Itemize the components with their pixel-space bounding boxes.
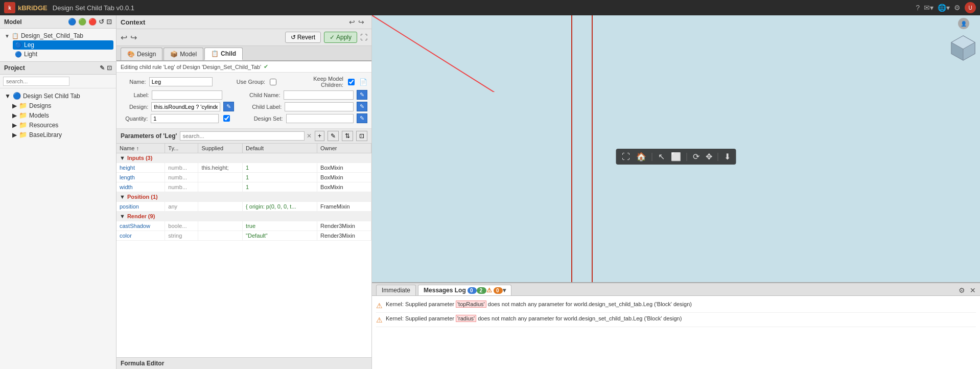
- project-item-root[interactable]: ▼ 🔵 Design Set Child Tab: [3, 91, 113, 101]
- params-add-btn[interactable]: +: [315, 131, 324, 141]
- settings-icon[interactable]: ⚙: [954, 4, 961, 12]
- user-icon[interactable]: U: [965, 2, 976, 13]
- redo-icon[interactable]: ↪: [358, 18, 364, 26]
- name-label: Name:: [121, 79, 146, 85]
- tab-immediate[interactable]: Immediate: [376, 285, 416, 295]
- project-item-designs[interactable]: ▶ 📁 Designs: [10, 101, 113, 110]
- lang-icon[interactable]: 🌐▾: [938, 4, 950, 12]
- model-tree-root[interactable]: ▼ 📋 Design_Set_Child_Tab: [3, 31, 113, 40]
- log-settings-icon[interactable]: ⚙: [959, 286, 965, 294]
- param-length[interactable]: length numb... 1 BoxMixin: [116, 173, 371, 182]
- model-circle-red[interactable]: 🔴: [88, 18, 97, 26]
- topbar: k kBRiDGE Design Set Child Tab v0.0.1 ? …: [0, 0, 980, 15]
- form-row-quantity: Quantity: Design Set: ✎: [121, 113, 367, 123]
- project-item-models[interactable]: ▶ 📁 Models: [10, 110, 113, 120]
- revert-button[interactable]: ↺ Revert: [285, 32, 321, 43]
- param-name-length: length: [120, 174, 135, 180]
- canvas-user-icon[interactable]: 👤: [958, 18, 969, 29]
- form-row-label: Label: Child Name: ✎: [121, 90, 367, 100]
- position-collapse-icon[interactable]: ▼: [120, 194, 125, 200]
- design-edit-btn[interactable]: ✎: [223, 102, 234, 111]
- project-search-input[interactable]: [3, 77, 69, 86]
- child-tab-label: Child: [221, 50, 236, 57]
- child-label-input[interactable]: [285, 102, 354, 111]
- tab-model[interactable]: 📦 Model: [164, 48, 203, 60]
- keep-model-children-checkbox[interactable]: [348, 79, 355, 85]
- log-text-after-2: does not match any parameter for world.d…: [478, 315, 682, 321]
- child-label-btn[interactable]: ✎: [357, 102, 367, 111]
- child-name-input[interactable]: [284, 90, 354, 100]
- bottom-panel: Immediate Messages Log 0 2 ⚠ 0 ▾: [372, 282, 980, 369]
- help-icon[interactable]: ?: [916, 4, 920, 12]
- child-name-btn[interactable]: ✎: [357, 90, 367, 100]
- design-input[interactable]: [151, 102, 220, 111]
- param-height[interactable]: height numb... this.height; 1 BoxMixin: [116, 163, 371, 173]
- param-default-color: "Default": [246, 233, 268, 239]
- project-edit-icon[interactable]: ✎: [100, 64, 105, 72]
- params-table-container[interactable]: Name ↑ Ty... Supplied Default Owner ▼ In…: [116, 144, 371, 357]
- project-item-resources[interactable]: ▶ 📁 Resources: [10, 120, 113, 130]
- mail-icon[interactable]: ✉▾: [924, 4, 934, 12]
- badge-green: 2: [477, 287, 486, 294]
- undo-icon[interactable]: ↩: [349, 18, 355, 26]
- undo-btn[interactable]: ↩: [121, 33, 127, 42]
- param-type-color: string: [168, 233, 182, 239]
- model-root-label: Design_Set_Child_Tab: [21, 32, 83, 39]
- tab-design[interactable]: 🎨 Design: [121, 48, 162, 60]
- design-set-input[interactable]: [286, 114, 354, 123]
- log-text-1: Kernel: Supplied parameter 'topRadius' d…: [386, 301, 976, 307]
- redo-btn[interactable]: ↪: [130, 33, 137, 42]
- canvas-home-icon[interactable]: 🏠: [635, 151, 648, 163]
- model-sync-icon[interactable]: 🔵: [68, 18, 76, 26]
- param-color[interactable]: color string "Default" Render3Mixin: [116, 231, 371, 241]
- params-search-input[interactable]: [180, 131, 305, 141]
- params-header: Parameters of 'Leg' ✕ + ✎ ⇅ ⊡: [116, 129, 371, 144]
- tab-messages-log[interactable]: Messages Log 0 2 ⚠ 0 ▾: [418, 285, 511, 295]
- project-item-baselibrary[interactable]: ▶ 📁 BaseLibrary: [10, 130, 113, 140]
- model-expand-icon[interactable]: ⊡: [106, 18, 112, 26]
- render-collapse-icon[interactable]: ▼: [120, 213, 125, 219]
- param-owner-height: BoxMixin: [320, 165, 343, 171]
- project-title: Project: [4, 64, 25, 72]
- param-default-length: 1: [246, 174, 249, 180]
- param-castshadow[interactable]: castShadow boole... true Render3Mixin: [116, 221, 371, 231]
- log-close-icon[interactable]: ✕: [970, 286, 976, 294]
- tab-child[interactable]: 📋 Child: [204, 48, 243, 60]
- maximize-icon[interactable]: ⛶: [360, 33, 367, 41]
- quantity-checkbox[interactable]: [223, 115, 230, 122]
- design-tabs: 🎨 Design 📦 Model 📋 Child: [116, 46, 371, 61]
- canvas-cursor-icon[interactable]: ↖: [657, 151, 666, 163]
- model-circle-green[interactable]: 🟢: [78, 18, 86, 26]
- params-edit-btn[interactable]: ✎: [328, 131, 339, 141]
- params-search-clear[interactable]: ✕: [307, 132, 312, 140]
- canvas-area: 👤 ⛶: [372, 15, 980, 282]
- canvas-select-icon[interactable]: ⬜: [669, 151, 683, 163]
- apply-icon: ✓: [330, 34, 335, 41]
- form-area: Name: Use Group: Keep Model Children: 📄 …: [116, 73, 371, 129]
- canvas-fullscreen-icon[interactable]: ⛶: [620, 151, 632, 163]
- label-input[interactable]: [152, 90, 222, 100]
- params-sort-btn[interactable]: ⇅: [342, 131, 353, 141]
- model-tree-item-leg[interactable]: 🔵 Leg: [13, 40, 113, 50]
- log-dropdown-icon[interactable]: ▾: [503, 287, 506, 294]
- canvas-download-icon[interactable]: ⬇: [722, 151, 732, 163]
- quantity-input[interactable]: [151, 114, 218, 123]
- param-width[interactable]: width numb... 1 BoxMixin: [116, 182, 371, 192]
- design-set-btn[interactable]: ✎: [357, 113, 367, 123]
- project-expand-icon[interactable]: ⊡: [107, 64, 112, 72]
- model-tree-item-light[interactable]: 🔵 Light: [13, 50, 113, 59]
- editing-rule-text: Editing child rule 'Leg' of Design 'Desi…: [121, 64, 261, 70]
- model-refresh-icon[interactable]: ↺: [99, 18, 104, 26]
- param-position[interactable]: position any { origin: p(0, 0, 0, t... F…: [116, 202, 371, 212]
- use-group-checkbox[interactable]: [270, 79, 276, 85]
- param-supplied-height: this.height;: [201, 165, 228, 171]
- apply-button[interactable]: ✓ Apply: [324, 32, 357, 43]
- canvas-rotate-icon[interactable]: ⟳: [691, 151, 701, 163]
- params-expand-btn[interactable]: ⊡: [356, 131, 367, 141]
- doc-icon[interactable]: 📄: [359, 78, 367, 86]
- name-input[interactable]: [149, 77, 213, 86]
- canvas-move-icon[interactable]: ✥: [704, 151, 714, 163]
- param-type-height: numb...: [168, 165, 187, 171]
- inputs-collapse-icon[interactable]: ▼: [120, 155, 125, 161]
- vline-1: [571, 15, 572, 282]
